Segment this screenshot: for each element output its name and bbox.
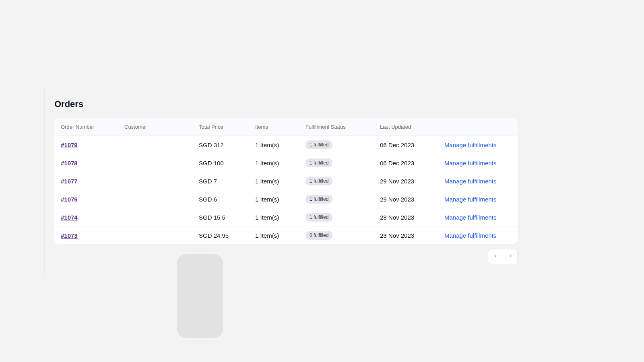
fulfillment-status-badge: 1 fulfilled	[305, 213, 332, 222]
order-number-link[interactable]: #1078	[61, 160, 78, 167]
last-updated-cell: 06 Dec 2023	[374, 136, 439, 154]
items-cell: 1 Item(s)	[250, 190, 300, 208]
total-price-cell: SGD 7	[193, 172, 250, 190]
order-number-link[interactable]: #1074	[61, 214, 78, 221]
column-header-total-price[interactable]: Total Price	[193, 118, 250, 136]
column-header-order-number[interactable]: Order Number	[54, 118, 119, 136]
total-price-cell: SGD 15.5	[193, 208, 250, 226]
last-updated-cell: 06 Dec 2023	[374, 154, 439, 172]
items-cell: 1 Item(s)	[250, 226, 300, 245]
pagination	[54, 249, 518, 264]
table-row: #1076 SGD 6 1 Item(s) 1 fulfilled 29 Nov…	[54, 190, 518, 208]
table-row: #1079 SGD 312 1 Item(s) 1 fulfilled 06 D…	[54, 136, 518, 154]
orders-table-container: Order Number Customer Total Price Items …	[54, 118, 518, 244]
last-updated-cell: 23 Nov 2023	[374, 226, 439, 245]
order-number-link[interactable]: #1079	[61, 142, 78, 148]
manage-fulfillments-link[interactable]: Manage fulfillments	[444, 160, 496, 167]
last-updated-cell: 29 Nov 2023	[374, 190, 439, 208]
column-header-action	[439, 118, 518, 136]
manage-fulfillments-link[interactable]: Manage fulfillments	[444, 178, 496, 185]
column-header-customer[interactable]: Customer	[119, 118, 193, 136]
customer-cell	[119, 190, 193, 208]
table-row: #1078 SGD 100 1 Item(s) 1 fulfilled 06 D…	[54, 154, 518, 172]
fulfillment-status-badge: 1 fulfilled	[305, 158, 332, 167]
order-number-link[interactable]: #1076	[61, 196, 78, 203]
fulfillment-status-badge: 1 fulfilled	[305, 195, 332, 204]
items-cell: 1 Item(s)	[250, 136, 300, 154]
customer-cell	[119, 226, 193, 245]
manage-fulfillments-link[interactable]: Manage fulfillments	[444, 142, 496, 148]
items-cell: 1 Item(s)	[250, 172, 300, 190]
manage-fulfillments-link[interactable]: Manage fulfillments	[444, 196, 496, 203]
chevron-right-icon	[508, 253, 513, 260]
customer-redaction-overlay	[177, 254, 223, 338]
orders-table: Order Number Customer Total Price Items …	[54, 118, 518, 244]
items-cell: 1 Item(s)	[250, 208, 300, 226]
chevron-left-icon	[493, 253, 498, 260]
manage-fulfillments-link[interactable]: Manage fulfillments	[444, 214, 496, 221]
table-row: #1074 SGD 15.5 1 Item(s) 1 fulfilled 28 …	[54, 208, 518, 226]
column-header-fulfillment-status[interactable]: Fulfillment Status	[300, 118, 374, 136]
last-updated-cell: 29 Nov 2023	[374, 172, 439, 190]
column-header-last-updated[interactable]: Last Updated	[374, 118, 439, 136]
last-updated-cell: 28 Nov 2023	[374, 208, 439, 226]
page-title: Orders	[54, 99, 518, 109]
total-price-cell: SGD 24.95	[193, 226, 250, 245]
order-number-link[interactable]: #1073	[61, 232, 78, 239]
fulfillment-status-badge: 1 fulfilled	[305, 177, 332, 185]
manage-fulfillments-link[interactable]: Manage fulfillments	[444, 232, 496, 239]
table-row: #1077 SGD 7 1 Item(s) 1 fulfilled 29 Nov…	[54, 172, 518, 190]
total-price-cell: SGD 100	[193, 154, 250, 172]
customer-cell	[119, 136, 193, 154]
fulfillment-status-badge: 1 fulfilled	[305, 140, 332, 149]
customer-cell	[119, 208, 193, 226]
orders-table-body: #1079 SGD 312 1 Item(s) 1 fulfilled 06 D…	[54, 136, 518, 245]
customer-cell	[119, 172, 193, 190]
items-cell: 1 Item(s)	[250, 154, 300, 172]
pagination-next-button[interactable]	[503, 249, 517, 264]
customer-cell	[119, 154, 193, 172]
table-row: #1073 SGD 24.95 1 Item(s) 0 fulfilled 23…	[54, 226, 518, 245]
total-price-cell: SGD 6	[193, 190, 250, 208]
fulfillment-status-badge: 0 fulfilled	[305, 231, 332, 240]
total-price-cell: SGD 312	[193, 136, 250, 154]
order-number-link[interactable]: #1077	[61, 178, 78, 185]
pagination-prev-button[interactable]	[488, 249, 503, 264]
column-header-items[interactable]: Items	[250, 118, 300, 136]
